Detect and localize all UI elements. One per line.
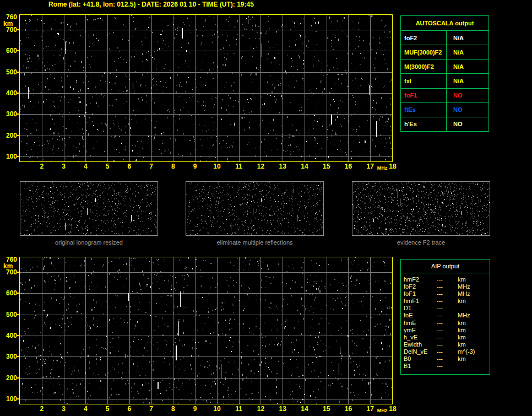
x-axis-tick-label: 6	[127, 163, 131, 170]
panel-caption-evidence: evidence F2 trace	[352, 239, 490, 246]
y-axis-tick-mark	[17, 135, 19, 136]
y-axis-tick-label: 700	[1, 26, 17, 33]
x-axis-tick-label: 15	[323, 406, 330, 412]
panel-caption-original: original ionogram resized	[20, 239, 158, 246]
autoscala-table-title: AUTOSCALA output	[401, 16, 488, 31]
autoscala-param-value: NO	[447, 89, 488, 102]
y-axis-tick-mark	[17, 272, 19, 273]
y-axis-tick-mark	[17, 156, 19, 157]
x-axis-tick-label: 15	[323, 163, 330, 170]
autoscala-row: ftEsNO	[401, 103, 488, 117]
autoscala-output-table: AUTOSCALA output foF2N/AMUF(3000)F2N/AM(…	[400, 15, 489, 132]
y-axis-tick-label: 400	[1, 90, 17, 96]
aip-row: B1---	[404, 363, 490, 370]
aip-table-title: AIP output	[401, 260, 490, 273]
aip-unit: km	[458, 276, 490, 283]
aip-value: ---	[437, 320, 458, 327]
panel-evidence-f2-trace	[352, 181, 490, 236]
panel-noise-canvas	[20, 182, 158, 235]
aip-value: ---	[437, 327, 458, 334]
y-axis-tick-label: 500	[1, 311, 17, 318]
x-axis-tick-label: 10	[213, 163, 220, 170]
y-axis-tick-mark	[17, 93, 19, 94]
y-axis-tick-label: 100	[1, 153, 17, 160]
aip-unit: km	[458, 334, 490, 341]
aip-value: ---	[437, 298, 458, 305]
y-axis-tick-label: 700	[1, 269, 17, 275]
y-axis-tick-label: 300	[1, 111, 17, 117]
aip-label: ymE	[404, 327, 437, 334]
autoscala-param-value: N/A	[447, 31, 488, 45]
x-axis-tick-label: 8	[171, 406, 175, 412]
x-axis-tick-label: 17	[367, 163, 374, 170]
y-axis-tick-mark	[17, 356, 19, 357]
autoscala-row: foF2N/A	[401, 31, 488, 45]
aip-unit: km	[458, 327, 490, 334]
x-axis-tick-label: 9	[193, 163, 197, 170]
aip-unit: km	[458, 355, 490, 363]
x-axis-tick-label: 7	[149, 163, 153, 170]
x-axis-tick-label: 10	[213, 406, 220, 412]
aip-value: ---	[437, 355, 458, 363]
x-axis-tick-label: 3	[62, 163, 66, 170]
x-axis-tick-label: 17	[367, 406, 374, 412]
aip-row: D1---	[404, 305, 490, 312]
y-axis-tick-label: 200	[1, 132, 17, 139]
x-axis-tick-label: 14	[301, 406, 308, 412]
x-axis-tick-label: 11	[235, 406, 242, 412]
aip-label: hmF2	[404, 276, 437, 283]
y-axis-tick-label: 200	[1, 375, 17, 381]
aip-value: ---	[437, 363, 458, 370]
x-axis-tick-label: 18	[389, 163, 396, 170]
aip-row: ymE---km	[404, 327, 490, 334]
y-axis-tick-label: 300	[1, 353, 17, 360]
aip-value: ---	[437, 341, 458, 348]
y-axis-tick-mark	[17, 50, 19, 51]
x-axis-tick-label: 3	[62, 406, 66, 412]
aip-unit	[458, 305, 490, 312]
aip-unit	[458, 363, 490, 370]
aip-table-body: hmF2---kmfoF2---MHzfoF1---MHzhmF1---kmD1…	[401, 273, 490, 370]
station-date-time-title: Rome (lat: +41.8, lon: 012.5) - DATE: 20…	[48, 1, 254, 8]
autoscala-row: MUF(3000)F2N/A	[401, 45, 488, 60]
aip-row: B0---km	[404, 355, 490, 363]
autoscala-app-window: Rome (lat: +41.8, lon: 012.5) - DATE: 20…	[0, 0, 532, 416]
autoscala-row: M(3000)F2N/A	[401, 60, 488, 74]
aip-label: foF1	[404, 290, 437, 298]
aip-row: DelN_vE---m^(-3)	[404, 348, 490, 355]
aip-label: DelN_vE	[404, 348, 437, 355]
x-axis-unit-label: MHz	[377, 407, 388, 414]
y-axis-tick-mark	[17, 314, 19, 315]
x-axis-tick-label: 5	[106, 163, 110, 170]
aip-label: foF2	[404, 283, 437, 290]
aip-label: h_vE	[404, 334, 437, 341]
y-axis-tick-mark	[17, 72, 19, 73]
aip-row: foE---MHz	[404, 312, 490, 319]
aip-row: foF2---MHz	[404, 283, 490, 290]
x-axis-tick-label: 2	[40, 163, 44, 170]
x-axis-tick-label: 13	[279, 163, 286, 170]
aip-row: foF1---MHz	[404, 290, 490, 298]
y-axis-tick-label: 600	[1, 290, 17, 296]
autoscala-row: foF1NO	[401, 89, 488, 103]
aip-label: B1	[404, 363, 437, 370]
aip-row: hmF2---km	[404, 276, 490, 283]
y-axis-tick-mark	[17, 398, 19, 399]
x-axis-tick-label: 16	[345, 406, 352, 412]
autoscala-param-value: NO	[447, 103, 488, 117]
x-axis-tick-label: 16	[345, 163, 352, 170]
aip-row: hmE---km	[404, 320, 490, 327]
panel-noise-canvas	[352, 182, 490, 235]
autoscala-param-value: N/A	[447, 45, 488, 59]
aip-value: ---	[437, 290, 458, 298]
aip-value: ---	[437, 348, 458, 355]
x-axis-tick-label: 4	[84, 406, 88, 412]
aip-label: foE	[404, 312, 437, 319]
panel-eliminate-reflections	[186, 181, 324, 236]
aip-output-table: AIP output hmF2---kmfoF2---MHzfoF1---MHz…	[400, 259, 490, 375]
y-axis-tick-mark	[17, 29, 19, 30]
aip-value: ---	[437, 283, 458, 290]
x-axis-tick-label: 18	[389, 406, 396, 412]
x-axis-tick-label: 8	[171, 163, 175, 170]
aip-unit: m^(-3)	[458, 348, 490, 355]
